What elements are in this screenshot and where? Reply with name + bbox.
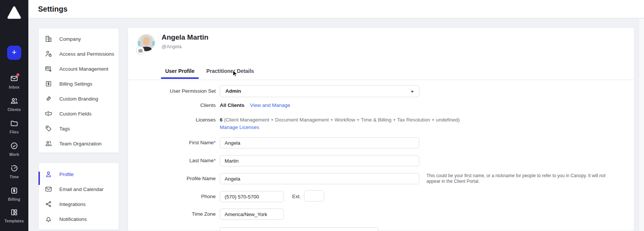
settings-nav-billing-settings[interactable]: Billing Settings [39,76,119,91]
settings-nav-label: Team Organization [59,141,101,147]
top-bar: Settings [28,0,644,18]
scrollbar[interactable] [639,19,644,231]
user-permission-set-select[interactable]: Admin [220,85,419,97]
sidebar-item-billing[interactable]: Billing [0,187,28,204]
sidebar-item-label: Clients [0,107,28,112]
company-icon [45,35,52,43]
files-icon [10,119,18,127]
sidebar-item-label: Templates [0,219,28,223]
dollar-square-icon [45,80,52,87]
help-italic-not: not [599,173,606,178]
bell-icon [45,215,52,223]
sidebar-item-label: Files [0,130,28,134]
sidebar-item-clients[interactable]: Clients [0,97,28,115]
required-asterisk: * [214,158,216,163]
first-name-field[interactable] [220,137,419,148]
settings-nav-label: Custom Fields [59,111,91,117]
id-card-gear-icon [45,65,52,73]
profile-name-label: Profile Name [141,175,216,182]
settings-nav-label: Account Management [59,66,108,72]
required-asterisk: * [214,140,216,145]
last-name-label: Last Name* [141,157,216,164]
settings-nav-label: Tags [59,126,70,132]
user-name: Angela Martin [162,33,209,41]
settings-nav-label: Custom Branding [59,96,98,102]
phone-label: Phone [141,193,216,200]
sidebar-item-files[interactable]: Files [0,119,28,137]
camera-icon[interactable] [136,46,144,55]
tabs-divider [128,80,634,80]
first-name-label: First Name* [141,139,216,146]
time-zone-label: Time Zone [141,211,216,218]
next-field-partial[interactable] [220,227,378,231]
envelope-icon [45,185,52,193]
settings-nav-email-calendar[interactable]: Email and Calendar [39,182,119,197]
sidebar-item-label: Work [0,152,28,157]
settings-nav-profile[interactable]: Profile [39,167,119,182]
settings-nav-custom-branding[interactable]: Custom Branding [39,91,119,106]
settings-nav-label: Notifications [59,216,87,222]
settings-nav-label: Email and Calendar [59,187,104,192]
page-title: Settings [28,0,644,18]
settings-nav-label: Company [59,36,81,42]
settings-nav-group-1: Company Access and Permissions Account M… [38,28,119,153]
settings-nav-label: Profile [59,172,74,177]
last-name-field[interactable] [220,155,419,166]
settings-nav-account-management[interactable]: Account Management [39,61,119,76]
licenses-value: 6 (Client Management + Document Manageme… [220,117,563,123]
time-icon [10,164,18,172]
settings-nav-access-permissions[interactable]: Access and Permissions [39,46,119,61]
clients-label: Clients [141,102,216,109]
settings-nav-team-organization[interactable]: Team Organization [39,136,119,151]
settings-nav-label: Integrations [59,201,86,207]
active-tab-underline [161,77,199,79]
licenses-detail: (Client Management + Document Management… [224,117,460,123]
sidebar-item-label: Billing [0,197,28,201]
team-icon [45,140,52,147]
app-sidebar: + Inbox Clients Files Work Time B [0,0,28,231]
sidebar-item-label: Inbox [0,85,28,89]
manage-licenses-link[interactable]: Manage Licenses [220,124,259,131]
settings-nav-tags[interactable]: Tags [39,121,119,136]
clients-value: All Clients [220,102,244,109]
person-icon [45,170,52,178]
ext-field[interactable] [304,190,324,201]
sidebar-item-templates[interactable]: Templates [0,208,28,226]
settings-nav-custom-fields[interactable]: Custom Fields [39,106,119,121]
sidebar-item-work[interactable]: Work [0,142,28,160]
clients-icon [10,97,18,105]
settings-nav-label: Billing Settings [59,81,93,87]
profile-name-help-text: This could be your first name, or a nick… [426,173,622,184]
selected-permission-value: Admin [220,86,419,97]
canopy-logo-icon[interactable] [6,5,22,21]
input-field-icon [45,110,52,117]
phone-field[interactable] [220,191,284,202]
view-and-manage-link[interactable]: View and Manage [250,102,290,109]
settings-nav-integrations[interactable]: Integrations [39,197,119,212]
profile-name-field[interactable] [220,173,419,184]
licenses-label: Licenses [141,117,216,123]
user-handle: @Angela [162,44,182,49]
user-profile-card: Angela Martin @Angela User Profile Pract… [128,27,634,231]
licenses-count: 6 [220,117,223,123]
person-lock-icon [45,50,52,58]
inbox-unread-badge [16,73,19,76]
ext-label: Ext. [292,193,301,200]
chevron-down-icon [411,91,414,93]
sidebar-item-inbox[interactable]: Inbox [0,74,28,92]
work-icon [10,142,18,150]
settings-nav-label: Access and Permissions [59,51,114,57]
settings-nav-group-2: Profile Email and Calendar Integrations … [38,163,119,230]
sidebar-item-label: Time [0,175,28,179]
billing-icon [10,187,18,195]
tab-practitioner-details[interactable]: Practitioner Details [206,67,254,79]
inbox-icon [10,74,18,83]
sidebar-item-time[interactable]: Time [0,164,28,182]
time-zone-field[interactable] [220,209,284,220]
global-add-button[interactable]: + [7,46,21,60]
share-nodes-icon [45,200,52,208]
settings-nav-company[interactable]: Company [39,31,119,46]
paintbrush-icon [45,95,52,102]
settings-nav-notifications[interactable]: Notifications [39,212,119,227]
tag-icon [45,125,52,132]
